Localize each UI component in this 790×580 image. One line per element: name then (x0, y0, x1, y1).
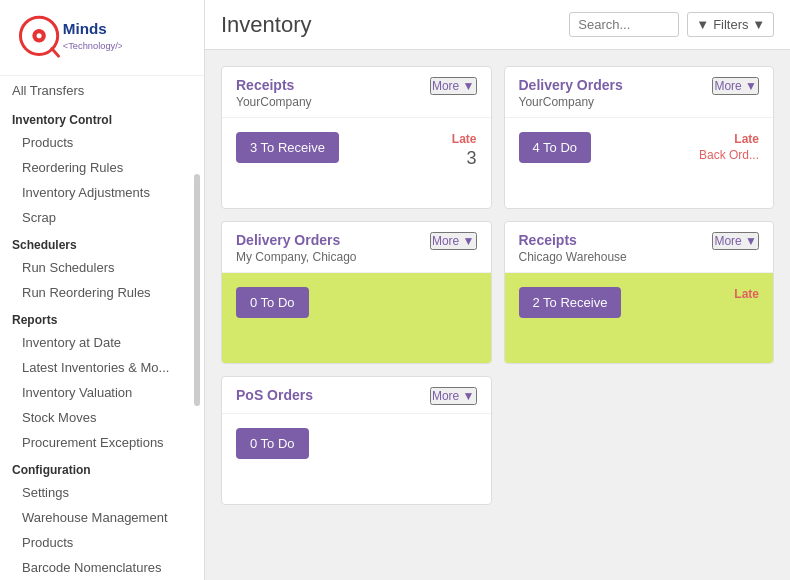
card-title: Receipts (519, 232, 627, 248)
card-header: Delivery Orders YourCompany More ▼ (505, 67, 774, 118)
card-title: Delivery Orders (519, 77, 623, 93)
header-controls: ▼ Filters ▼ (569, 12, 774, 37)
sidebar-item-inventory-at-date[interactable]: Inventory at Date (0, 330, 204, 355)
sidebar-item-barcode-nomenclatures[interactable]: Barcode Nomenclatures (0, 555, 204, 580)
card-header: PoS Orders More ▼ (222, 377, 491, 414)
search-input[interactable] (569, 12, 679, 37)
dashboard-content: Receipts YourCompany More ▼ 3 To Receive… (205, 50, 790, 580)
sidebar-item-inventory-adjustments[interactable]: Inventory Adjustments (0, 180, 204, 205)
card-title: PoS Orders (236, 387, 313, 403)
page-header: Inventory ▼ Filters ▼ (205, 0, 790, 50)
sidebar-item-reordering-rules[interactable]: Reordering Rules (0, 155, 204, 180)
to-do-button[interactable]: 0 To Do (236, 287, 309, 318)
card-subtitle: Chicago Warehouse (519, 250, 627, 264)
late-label: Late (452, 132, 477, 146)
sidebar-item-products[interactable]: Products (0, 130, 204, 155)
card-receipts-chicago: Receipts Chicago Warehouse More ▼ 2 To R… (504, 221, 775, 364)
card-delivery-chicago: Delivery Orders My Company, Chicago More… (221, 221, 492, 364)
sidebar-item-procurement-exceptions[interactable]: Procurement Exceptions (0, 430, 204, 455)
sidebar-section-schedulers: Schedulers (0, 230, 204, 255)
card-receipts-yourcompany: Receipts YourCompany More ▼ 3 To Receive… (221, 66, 492, 209)
to-do-button[interactable]: 0 To Do (236, 428, 309, 459)
card-stats: Late 3 (359, 132, 477, 169)
sidebar-item-latest-inventories[interactable]: Latest Inventories & Mo... (0, 355, 204, 380)
card-header: Delivery Orders My Company, Chicago More… (222, 222, 491, 273)
card-subtitle: My Company, Chicago (236, 250, 357, 264)
stat-number: 3 (466, 148, 476, 169)
card-more-button[interactable]: More ▼ (430, 77, 477, 95)
to-do-button[interactable]: 4 To Do (519, 132, 592, 163)
cards-grid: Receipts YourCompany More ▼ 3 To Receive… (221, 66, 774, 505)
sidebar-item-all-transfers[interactable]: All Transfers (0, 76, 204, 105)
main-area: Inventory ▼ Filters ▼ Receipts YourCompa… (205, 0, 790, 580)
svg-point-2 (37, 33, 42, 38)
card-stats: Late (641, 287, 759, 301)
filters-button[interactable]: ▼ Filters ▼ (687, 12, 774, 37)
logo-area: Minds <Technology/> (0, 0, 204, 76)
card-more-button[interactable]: More ▼ (430, 387, 477, 405)
card-header: Receipts YourCompany More ▼ (222, 67, 491, 118)
card-body: 4 To Do Late Back Ord... (505, 118, 774, 208)
sidebar: Minds <Technology/> All Transfers Invent… (0, 0, 205, 580)
sidebar-item-stock-moves[interactable]: Stock Moves (0, 405, 204, 430)
svg-text:<Technology/>: <Technology/> (63, 41, 122, 51)
card-pos-orders: PoS Orders More ▼ 0 To Do (221, 376, 492, 505)
card-title: Delivery Orders (236, 232, 357, 248)
late-label: Late (734, 132, 759, 146)
svg-line-3 (52, 49, 59, 57)
sidebar-section-inventory-control: Inventory Control (0, 105, 204, 130)
sidebar-item-products-config[interactable]: Products (0, 530, 204, 555)
card-subtitle: YourCompany (519, 95, 623, 109)
backorder-label: Back Ord... (699, 148, 759, 162)
card-subtitle: YourCompany (236, 95, 312, 109)
card-stats: Late Back Ord... (611, 132, 759, 162)
card-more-button[interactable]: More ▼ (712, 77, 759, 95)
card-more-button[interactable]: More ▼ (712, 232, 759, 250)
card-more-button[interactable]: More ▼ (430, 232, 477, 250)
sidebar-item-settings[interactable]: Settings (0, 480, 204, 505)
late-label: Late (734, 287, 759, 301)
svg-text:Minds: Minds (63, 20, 107, 37)
sidebar-item-inventory-valuation[interactable]: Inventory Valuation (0, 380, 204, 405)
sidebar-item-run-schedulers[interactable]: Run Schedulers (0, 255, 204, 280)
filter-icon: ▼ (696, 17, 709, 32)
card-delivery-yourcompany: Delivery Orders YourCompany More ▼ 4 To … (504, 66, 775, 209)
sidebar-item-scrap[interactable]: Scrap (0, 205, 204, 230)
sidebar-item-run-reordering-rules[interactable]: Run Reordering Rules (0, 280, 204, 305)
card-title: Receipts (236, 77, 312, 93)
card-body: 0 To Do (222, 414, 491, 504)
scrollbar[interactable] (194, 174, 200, 406)
page-title: Inventory (221, 12, 312, 38)
to-receive-button[interactable]: 3 To Receive (236, 132, 339, 163)
card-header: Receipts Chicago Warehouse More ▼ (505, 222, 774, 273)
sidebar-item-warehouse-management[interactable]: Warehouse Management (0, 505, 204, 530)
sidebar-section-configuration: Configuration (0, 455, 204, 480)
card-body: 3 To Receive Late 3 (222, 118, 491, 208)
card-body: 2 To Receive Late (505, 273, 774, 363)
sidebar-section-reports: Reports (0, 305, 204, 330)
card-body: 0 To Do (222, 273, 491, 363)
to-receive-button[interactable]: 2 To Receive (519, 287, 622, 318)
